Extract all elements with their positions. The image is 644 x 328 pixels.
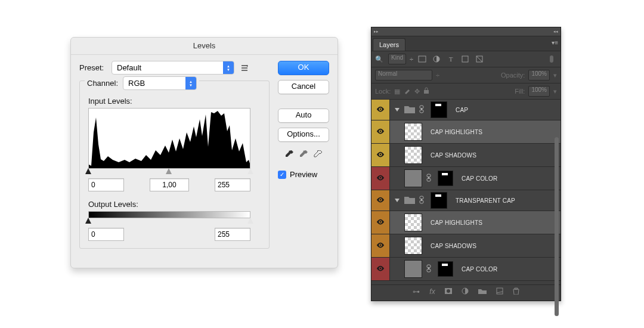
input-white-field[interactable] [215,178,250,191]
output-black-slider[interactable] [85,218,91,224]
layer-thumb[interactable] [404,169,422,187]
layer-name[interactable]: CAP [456,107,468,113]
trash-icon[interactable] [513,287,519,296]
fill-field[interactable]: 100% [528,86,550,97]
layer-name[interactable]: CAP HIGHLIGHTS [431,219,482,226]
layers-scrollbar[interactable] [555,137,559,322]
filter-kind-select[interactable]: Kind [388,54,406,64]
layer-name[interactable]: CAP COLOR [462,175,498,182]
visibility-toggle[interactable] [371,211,390,234]
layer-content: CAP HIGHLIGHTS [390,213,482,231]
disclosure-triangle-icon[interactable] [395,108,400,112]
eyedropper-gray-icon[interactable] [299,150,308,160]
visibility-toggle[interactable] [371,167,390,190]
visibility-toggle[interactable] [371,100,390,120]
layer-name[interactable]: CAP SHADOWS [431,243,476,249]
collapse-icon[interactable]: ▸▸ [374,29,379,34]
layer-name[interactable]: CAP SHADOWS [431,152,476,159]
fill-caret-icon[interactable]: ▾ [553,88,557,95]
eyedropper-black-icon[interactable] [285,150,293,160]
panel-menu-icon[interactable]: ▾≡ [552,39,558,46]
collapse-icon[interactable]: ◂◂ [553,29,558,34]
filter-toggle-icon[interactable] [546,54,557,64]
layer-row[interactable]: CAP SHADOWS [371,144,561,167]
lock-move-icon[interactable]: ✥ [414,88,420,95]
opacity-caret-icon[interactable]: ▾ [553,72,557,79]
histogram[interactable] [88,108,250,169]
layer-thumb[interactable] [404,237,422,255]
visibility-toggle[interactable] [371,234,390,257]
new-layer-icon[interactable] [496,287,503,296]
layer-row[interactable]: CAP HIGHLIGHTS [371,120,561,144]
adjustment-icon[interactable] [462,287,469,296]
preset-select[interactable]: Default ▲▼ [112,61,234,75]
layer-group-row[interactable]: TRANSPARENT CAP [371,190,561,211]
input-slider[interactable] [88,169,250,175]
filter-pixel-icon[interactable] [417,54,428,64]
input-gamma-slider[interactable] [166,168,172,174]
layers-tab[interactable]: Layers [373,38,405,51]
ok-button[interactable]: OK [278,61,329,75]
link-layers-icon[interactable]: ⊶ [413,287,420,296]
lock-row: Lock: ▦ ✥ Fill: 100% ▾ [371,83,561,100]
lock-transparency-icon[interactable]: ▦ [394,88,400,95]
options-button[interactable]: Options... [278,128,329,142]
svg-point-10 [380,131,382,132]
cancel-button[interactable]: Cancel [278,80,329,94]
layer-thumb[interactable] [404,213,422,231]
visibility-toggle[interactable] [371,120,390,143]
filter-smart-icon[interactable] [474,54,485,64]
group-icon[interactable] [478,287,487,296]
input-black-field[interactable] [88,178,124,191]
layer-thumb[interactable] [404,260,422,278]
fx-icon[interactable]: fx [429,287,435,296]
layer-thumb[interactable] [404,146,422,164]
layer-group-row[interactable]: CAP [371,100,561,120]
mask-icon[interactable] [445,287,452,296]
layer-row[interactable]: CAP COLOR [371,167,561,190]
filter-kind-caret-icon[interactable]: ÷ [410,55,413,63]
filter-shape-icon[interactable] [460,54,470,64]
svg-rect-5 [424,90,429,94]
layer-mask-thumb[interactable] [438,171,453,186]
group-mask-thumb[interactable] [431,101,447,118]
scrollbar-thumb[interactable] [555,137,559,316]
eyedropper-white-icon[interactable] [314,150,322,160]
layer-content: CAP HIGHLIGHTS [390,123,482,141]
channel-value: RGB [128,79,185,88]
filter-adjust-icon[interactable] [431,54,442,64]
layer-mask-thumb[interactable] [438,261,453,277]
layers-panel-grip[interactable]: ▸▸ ◂◂ [371,27,561,36]
filter-type-icon[interactable]: T [445,54,456,64]
layer-row[interactable]: CAP COLOR [371,258,561,281]
output-white-slider[interactable] [247,218,253,224]
filter-search-icon[interactable]: 🔍 [375,55,383,63]
preview-checkbox[interactable]: ✓ [278,171,286,179]
disclosure-triangle-icon[interactable] [395,199,400,202]
output-black-field[interactable] [88,228,124,241]
layer-name[interactable]: CAP COLOR [462,266,498,273]
channel-group: Channel: RGB ▲▼ Input Levels: [79,81,270,249]
lock-paint-icon[interactable] [404,87,411,95]
svg-rect-19 [421,199,422,201]
blend-mode-select[interactable]: Normal [375,70,432,81]
layer-row[interactable]: CAP HIGHLIGHTS [371,211,561,234]
input-gamma-field[interactable] [150,178,189,191]
layer-name[interactable]: TRANSPARENT CAP [456,197,515,204]
opacity-field[interactable]: 100% [528,70,550,81]
input-black-slider[interactable] [85,168,91,174]
group-mask-thumb[interactable] [431,192,447,209]
visibility-toggle[interactable] [371,190,390,211]
lock-all-icon[interactable] [423,87,429,95]
preset-menu-icon[interactable] [239,63,250,73]
visibility-toggle[interactable] [371,144,390,166]
output-slider[interactable] [88,218,250,224]
layer-row[interactable]: CAP SHADOWS [371,234,561,258]
auto-button[interactable]: Auto [278,109,329,123]
channel-select[interactable]: RGB ▲▼ [123,76,197,90]
layer-thumb[interactable] [404,123,422,141]
input-white-slider[interactable] [247,168,253,174]
layer-name[interactable]: CAP HIGHLIGHTS [431,129,482,135]
output-white-field[interactable] [215,228,250,241]
visibility-toggle[interactable] [371,258,390,280]
